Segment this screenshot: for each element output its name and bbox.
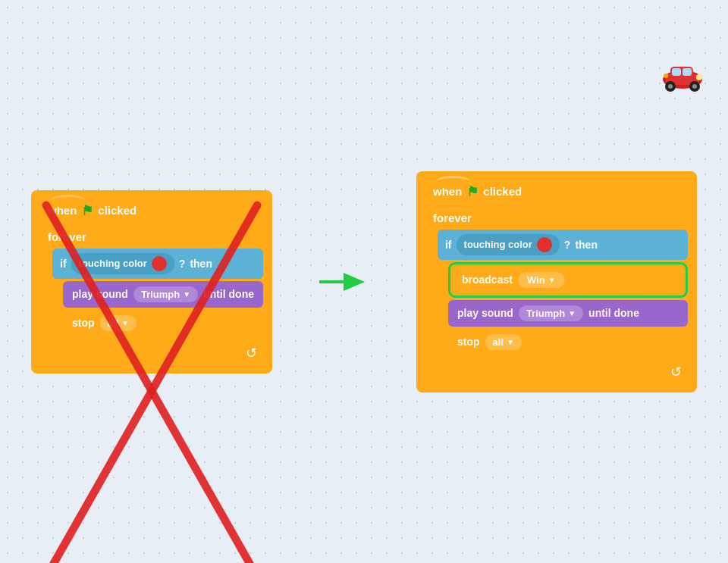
right-all-dropdown: all ▼: [485, 334, 522, 350]
right-broadcast-block: broadcast Win ▼: [453, 267, 683, 293]
right-if-block: if touching color ? then: [438, 230, 688, 260]
left-touching-color-pill: touching color: [71, 253, 174, 274]
left-all-label: all: [108, 317, 118, 329]
right-win-dropdown: Win ▼: [518, 272, 565, 288]
right-play-sound-label: play sound: [457, 307, 513, 319]
right-triumph-label: Triumph: [526, 308, 565, 319]
left-play-sound-block: play sound Triumph ▼ until done: [63, 281, 263, 308]
left-color-circle: [152, 256, 167, 271]
left-until-done-label: until done: [203, 288, 254, 300]
left-clicked-label: clicked: [98, 204, 136, 217]
right-green-highlight: broadcast Win ▼: [448, 262, 688, 298]
right-stop-block: stop all ▼: [448, 329, 688, 355]
right-triumph-dropdown: Triumph ▼: [519, 305, 583, 321]
left-loop-notch: ↺: [37, 340, 266, 368]
right-touching-color-pill: touching color: [457, 234, 560, 255]
right-if-label: if: [445, 239, 452, 251]
left-all-dropdown: all ▼: [100, 315, 136, 331]
right-all-arrow: ▼: [507, 338, 514, 346]
left-forever-label: forever: [48, 230, 86, 243]
right-win-arrow: ▼: [548, 276, 556, 284]
right-loop-notch: ↺: [422, 359, 691, 386]
right-win-label: Win: [527, 274, 545, 286]
right-triumph-arrow: ▼: [568, 309, 576, 317]
right-outer-container: when ⚑ clicked forever if touching color…: [416, 171, 697, 393]
left-touching-color-text: touching color: [79, 258, 147, 269]
left-stop-block: stop all ▼: [63, 310, 263, 336]
left-play-sound-label: play sound: [72, 288, 128, 300]
left-forever-block: forever: [37, 227, 266, 245]
right-inner-content: if touching color ? then broadcast Win ▼: [435, 228, 691, 357]
left-outer-container: when ⚑ clicked forever if touching color…: [31, 190, 272, 374]
left-triumph-label: Triumph: [141, 289, 180, 300]
left-question-mark: ?: [179, 258, 186, 270]
left-if-label: if: [60, 258, 67, 270]
right-forever-block: forever: [422, 208, 691, 226]
right-stop-label: stop: [457, 336, 480, 348]
main-container: when ⚑ clicked forever if touching color…: [0, 0, 728, 563]
right-then-label: then: [575, 239, 598, 251]
right-broadcast-label: broadcast: [462, 274, 513, 286]
right-all-label: all: [493, 336, 504, 348]
right-forever-label: forever: [433, 211, 472, 224]
left-when-clicked-block: when ⚑ clicked: [37, 195, 266, 225]
left-triumph-dropdown: Triumph ▼: [133, 286, 198, 302]
right-until-done-label: until done: [588, 307, 639, 319]
left-all-arrow: ▼: [121, 319, 129, 327]
right-color-circle: [537, 237, 552, 252]
right-play-sound-block: play sound Triumph ▼ until done: [448, 300, 688, 327]
left-block-stack: when ⚑ clicked forever if touching color…: [31, 190, 272, 374]
right-arrow: [318, 271, 371, 292]
arrow-container: [318, 271, 371, 292]
left-inner-content: if touching color ? then play sound Triu…: [49, 247, 266, 338]
left-then-label: then: [190, 258, 212, 270]
right-touching-color-text: touching color: [464, 239, 532, 250]
right-block-stack: when ⚑ clicked forever if touching color…: [416, 171, 697, 393]
left-triumph-arrow: ▼: [183, 290, 190, 299]
right-when-clicked-block: when ⚑ clicked: [422, 176, 691, 206]
right-question-mark: ?: [564, 239, 571, 251]
left-stop-label: stop: [72, 317, 95, 329]
left-if-block: if touching color ? then: [52, 249, 263, 279]
right-clicked-label: clicked: [483, 185, 522, 198]
